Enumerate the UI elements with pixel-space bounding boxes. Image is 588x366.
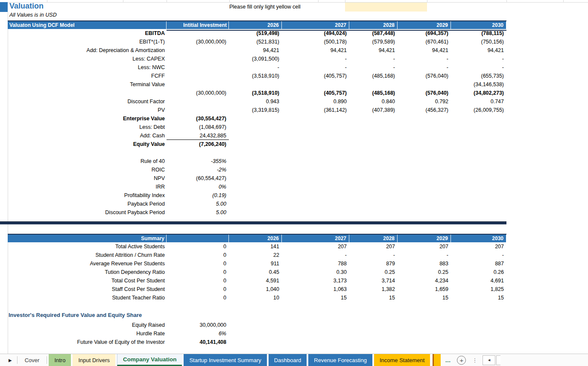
cell[interactable] xyxy=(167,106,229,114)
cell[interactable] xyxy=(167,63,229,72)
cell[interactable] xyxy=(282,191,349,200)
cell[interactable] xyxy=(451,200,506,208)
cell[interactable]: 4,591 xyxy=(229,276,282,285)
cell[interactable]: 1,063 xyxy=(282,285,349,293)
cell[interactable] xyxy=(167,46,229,55)
cell[interactable] xyxy=(349,131,398,140)
cell[interactable]: 1,382 xyxy=(349,285,398,293)
cell[interactable]: 0.840 xyxy=(349,97,398,106)
cell[interactable] xyxy=(349,148,398,157)
row-label[interactable]: EBITDA xyxy=(8,29,167,38)
cell[interactable]: 207 xyxy=(349,242,398,251)
cell[interactable] xyxy=(398,166,451,174)
cell[interactable]: 94,421 xyxy=(349,46,398,55)
cell[interactable] xyxy=(167,72,229,80)
cell[interactable] xyxy=(167,80,229,89)
cell[interactable]: (576,040) xyxy=(398,89,451,97)
tab-scroll-right-button[interactable] xyxy=(496,355,500,365)
row-label[interactable] xyxy=(8,148,167,157)
row-label[interactable]: FCFF xyxy=(8,72,167,80)
cell[interactable] xyxy=(229,191,282,200)
cell[interactable] xyxy=(229,80,282,89)
row-label[interactable]: Rule of 40 xyxy=(8,157,167,166)
dcf-header-initial-investment[interactable]: Intitial Investment xyxy=(167,21,229,29)
cell[interactable]: 3,173 xyxy=(282,276,349,285)
cell[interactable]: 15 xyxy=(398,293,451,302)
row-label[interactable]: IRR xyxy=(8,183,167,191)
cell[interactable]: (3,319,815) xyxy=(229,106,282,114)
row-label[interactable]: Student Attrition / Churn Rate xyxy=(8,251,167,259)
row-label[interactable]: Profitability Index xyxy=(8,191,167,200)
row-label[interactable]: Less: CAPEX xyxy=(8,55,167,63)
cell[interactable] xyxy=(282,174,349,183)
cell[interactable] xyxy=(451,148,506,157)
cell[interactable]: (485,168) xyxy=(349,89,398,97)
cell[interactable] xyxy=(451,174,506,183)
cell[interactable] xyxy=(398,123,451,131)
cell[interactable] xyxy=(349,191,398,200)
cell[interactable] xyxy=(451,140,506,148)
cell[interactable]: 15 xyxy=(451,293,506,302)
cell[interactable] xyxy=(398,208,451,217)
cell[interactable]: 0.30 xyxy=(282,268,349,276)
cell[interactable] xyxy=(282,148,349,157)
cell[interactable] xyxy=(398,200,451,208)
dcf-header-year[interactable]: 2030 xyxy=(451,21,506,29)
cell[interactable]: 0.890 xyxy=(282,97,349,106)
summary-header-title[interactable]: Summary xyxy=(8,235,167,242)
dcf-header-year[interactable]: 2027 xyxy=(282,21,349,29)
cell[interactable]: - xyxy=(282,251,349,259)
cell[interactable]: (576,040) xyxy=(398,72,451,80)
row-label[interactable]: Future Value of Equity of the Investor xyxy=(8,338,167,346)
cell[interactable]: -2% xyxy=(167,166,229,174)
cell[interactable]: 879 xyxy=(349,259,398,268)
row-label[interactable]: NPV xyxy=(8,174,167,183)
cell[interactable]: (30,554,427) xyxy=(167,114,229,123)
cell[interactable]: (405,757) xyxy=(282,72,349,80)
cell[interactable]: 6% xyxy=(167,329,229,338)
cell[interactable]: - xyxy=(398,55,451,63)
cell[interactable]: 3,714 xyxy=(349,276,398,285)
kebab-menu-icon[interactable]: ⋮ xyxy=(468,354,481,366)
cell[interactable]: 0.45 xyxy=(229,268,282,276)
cell[interactable] xyxy=(451,183,506,191)
cell[interactable]: 207 xyxy=(398,242,451,251)
cell[interactable]: (26,009,755) xyxy=(451,106,506,114)
cell[interactable]: (7,206,240) xyxy=(167,140,229,148)
cell[interactable]: - xyxy=(451,63,506,72)
cell[interactable] xyxy=(349,166,398,174)
cell[interactable]: (750,156) xyxy=(451,38,506,46)
dcf-header-year[interactable]: 2028 xyxy=(349,21,398,29)
row-label[interactable]: Total Active Students xyxy=(8,242,167,251)
cell[interactable]: 30,000,000 xyxy=(167,321,229,329)
cell[interactable]: 22 xyxy=(229,251,282,259)
sheet-tab-dashboard[interactable]: Dashboard xyxy=(269,354,307,366)
cell[interactable] xyxy=(398,80,451,89)
row-label[interactable]: Enterprise Value xyxy=(8,114,167,123)
cell[interactable] xyxy=(229,200,282,208)
row-label[interactable]: Less: Debt xyxy=(8,123,167,131)
row-label[interactable]: Total Cost Per Student xyxy=(8,276,167,285)
cell[interactable] xyxy=(167,55,229,63)
cell[interactable] xyxy=(398,114,451,123)
cell[interactable] xyxy=(349,140,398,148)
cell[interactable]: (405,757) xyxy=(282,89,349,97)
row-label[interactable]: Add: Cash xyxy=(8,131,167,140)
cell[interactable]: 10 xyxy=(229,293,282,302)
row-label[interactable]: Less: NWC xyxy=(8,63,167,72)
row-label[interactable]: Equity Raised xyxy=(8,321,167,329)
row-label[interactable]: Hurdle Rate xyxy=(8,329,167,338)
summary-header-year[interactable]: 2028 xyxy=(349,235,398,242)
row-label[interactable]: Staff Cost Per Student xyxy=(8,285,167,293)
cell[interactable]: 0.25 xyxy=(349,268,398,276)
cell[interactable] xyxy=(229,114,282,123)
cell[interactable] xyxy=(349,123,398,131)
cell[interactable]: 15 xyxy=(282,293,349,302)
cell[interactable] xyxy=(282,200,349,208)
row-label[interactable]: EBIT*(1-T) xyxy=(8,38,167,46)
cell[interactable]: - xyxy=(349,63,398,72)
cell[interactable] xyxy=(282,157,349,166)
cell[interactable] xyxy=(398,148,451,157)
cell[interactable] xyxy=(398,191,451,200)
cell[interactable] xyxy=(349,157,398,166)
